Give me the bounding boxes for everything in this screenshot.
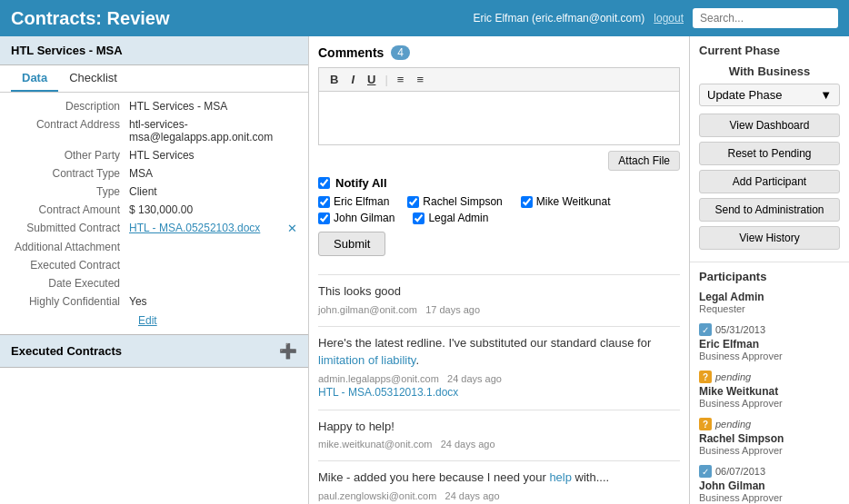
attach-file-button[interactable]: Attach File [608,151,680,171]
comment-2: Here's the latest redline. I've substitu… [318,334,680,399]
comments-label: Comments [318,45,384,60]
field-type: Type Client [11,185,297,198]
status-check-icon: ✓ [699,323,712,336]
label-contract-type: Contract Type [11,167,129,180]
tabs-bar: Data Checklist [0,65,308,93]
value-highly-confidential: Yes [129,295,297,308]
mike-pending: pending [715,371,751,382]
participant-john-role: Business Approver [699,492,840,503]
logout-link[interactable]: logout [654,12,684,25]
participant-legal-admin-role: Requester [699,303,840,314]
right-panel: Current Phase With Business Update Phase… [690,36,849,504]
comment-4-text: Mike - added you here because I need you… [318,469,680,487]
comment-4: Mike - added you here because I need you… [318,469,680,501]
checkbox-rachel-simpson[interactable]: Rachel Simpson [407,195,502,208]
label-contract-address: Contract Address [11,118,129,143]
executed-contracts-section[interactable]: Executed Contracts ➕ [0,334,308,368]
label-additional-attachment: Additional Attachment [11,241,129,253]
chevron-down-icon: ▼ [820,88,832,102]
view-history-button[interactable]: View History [699,226,840,250]
value-contract-address: htl-services-msa@legalapps.app.onit.com [129,118,297,143]
underline-button[interactable]: U [364,72,379,87]
label-type: Type [11,185,129,198]
send-to-administration-button[interactable]: Send to Administration [699,198,840,222]
rachel-pending: pending [715,419,751,430]
edit-link[interactable]: Edit [138,314,157,327]
add-executed-icon[interactable]: ➕ [279,342,297,360]
status-pending-icon-2: ? [699,418,712,430]
participant-mike-status: ? pending [699,371,840,383]
label-contract-amount: Contract Amount [11,203,129,216]
highlight-1: limitation of liability [318,353,415,367]
checkbox-mike-weitkunat[interactable]: Mike Weitkunat [521,195,611,208]
participant-mike-name: Mike Weitkunat [699,385,840,398]
contract-name: HTL Services - MSA [11,44,123,57]
ordered-list-button[interactable]: ≡ [394,72,408,87]
label-other-party: Other Party [11,149,129,162]
field-submitted-contract: Submitted Contract HTL - MSA.05252103.do… [11,222,297,235]
highlight-2: help [549,470,572,484]
field-contract-type: Contract Type MSA [11,167,297,180]
comment-2-meta: admin.legalapps@onit.com 24 days ago [318,373,680,384]
value-contract-type: MSA [129,167,297,180]
italic-button[interactable]: I [347,72,358,87]
field-date-executed: Date Executed [11,277,297,290]
comment-2-text: Here's the latest redline. I've substitu… [318,334,680,370]
main-content: HTL Services - MSA Data Checklist Descri… [0,36,849,504]
attach-row: Attach File [318,151,680,171]
notify-row: Notify All [318,176,680,190]
divider-4 [318,460,680,461]
contract-header: HTL Services - MSA [0,36,308,65]
participant-rachel-name: Rachel Simpson [699,432,840,445]
participant-eric-status: ✓ 05/31/2013 [699,323,840,336]
comment-3: Happy to help! mike.weitkunat@onit.com 2… [318,418,680,450]
comment-editor[interactable] [318,91,680,145]
value-contract-amount: $ 130,000.00 [129,203,297,216]
field-additional-attachment: Additional Attachment [11,241,297,253]
user-info: Eric Elfman (eric.elfman@onit.com) [473,12,644,25]
value-description: HTL Services - MSA [129,100,297,113]
status-pending-icon: ? [699,371,712,383]
comment-1-text: This looks good [318,282,680,301]
field-description: Description HTL Services - MSA [11,100,297,113]
divider-2 [318,326,680,327]
submit-button[interactable]: Submit [318,232,385,256]
participant-john-name: John Gilman [699,479,840,492]
value-date-executed [129,277,297,290]
participant-john-status: ✓ 06/07/2013 [699,465,840,478]
data-section: Description HTL Services - MSA Contract … [0,93,308,334]
comment-4-meta: paul.zenglowski@onit.com 24 days ago [318,490,680,501]
eric-date: 05/31/2013 [715,324,765,335]
delete-icon[interactable]: ✕ [287,222,297,235]
participant-rachel-simpson: ? pending Rachel Simpson Business Approv… [699,418,840,456]
view-dashboard-button[interactable]: View Dashboard [699,114,840,137]
participant-eric-elfman: ✓ 05/31/2013 Eric Elfman Business Approv… [699,323,840,361]
value-executed-contract [129,259,297,272]
comment-1-meta: john.gilman@onit.com 17 days ago [318,304,680,315]
value-submitted-contract[interactable]: HTL - MSA.05252103.docx [129,222,284,235]
divider-3 [318,410,680,410]
reset-to-pending-button[interactable]: Reset to Pending [699,142,840,165]
participants-title: Participants [699,270,840,283]
participant-rachel-status: ? pending [699,418,840,430]
label-date-executed: Date Executed [11,277,129,290]
checkbox-eric-elfman[interactable]: Eric Elfman [318,195,389,208]
page-header: Contracts: Review Eric Elfman (eric.elfm… [0,0,849,36]
current-phase-section: Current Phase With Business Update Phase… [690,36,849,262]
comment-2-link[interactable]: HTL - MSA.05312013.1.docx [318,386,680,399]
checkbox-legal-admin[interactable]: Legal Admin [413,212,488,224]
bold-button[interactable]: B [326,72,342,87]
field-executed-contract: Executed Contract [11,259,297,272]
notify-all-checkbox[interactable] [318,177,330,189]
participant-legal-admin-name: Legal Admin [699,291,840,303]
add-participant-button[interactable]: Add Participant [699,170,840,193]
executed-contracts-label: Executed Contracts [11,344,122,358]
tab-data[interactable]: Data [11,65,58,92]
search-input[interactable] [693,8,838,28]
update-phase-dropdown[interactable]: Update Phase ▼ [699,84,840,106]
participant-legal-admin: Legal Admin Requester [699,291,840,314]
label-highly-confidential: Highly Confidential [11,295,129,308]
unordered-list-button[interactable]: ≡ [413,72,427,87]
tab-checklist[interactable]: Checklist [58,65,128,92]
checkbox-john-gilman[interactable]: John Gilman [318,212,395,224]
